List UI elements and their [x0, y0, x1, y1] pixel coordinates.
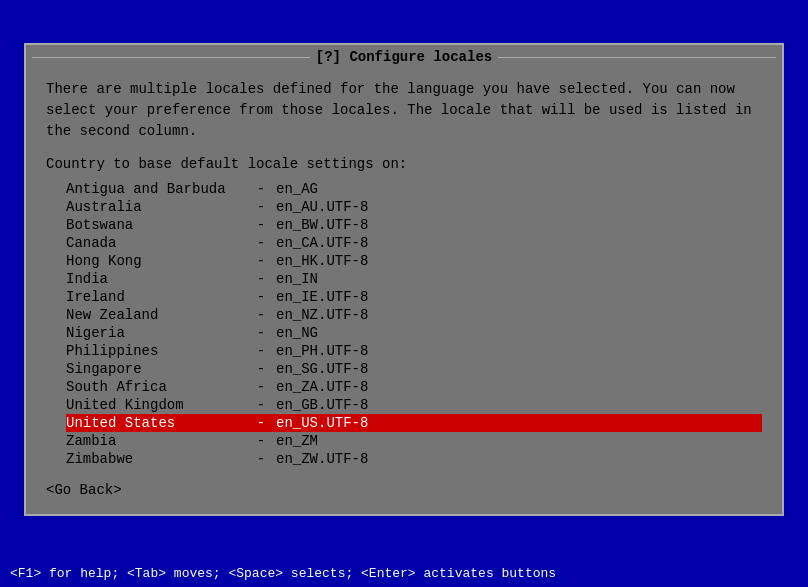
- locale-dash: -: [246, 451, 276, 467]
- locale-code: en_ZW.UTF-8: [276, 451, 368, 467]
- locale-dash: -: [246, 433, 276, 449]
- locale-code: en_IE.UTF-8: [276, 289, 368, 305]
- locale-code: en_NZ.UTF-8: [276, 307, 368, 323]
- locale-dash: -: [246, 181, 276, 197]
- locale-country: Zimbabwe: [66, 451, 246, 467]
- locale-code: en_GB.UTF-8: [276, 397, 368, 413]
- locale-country: Nigeria: [66, 325, 246, 341]
- locale-dash: -: [246, 199, 276, 215]
- locale-item[interactable]: Singapore-en_SG.UTF-8: [66, 360, 762, 378]
- go-back-button[interactable]: <Go Back>: [46, 482, 762, 498]
- locale-item[interactable]: Zimbabwe-en_ZW.UTF-8: [66, 450, 762, 468]
- locale-code: en_SG.UTF-8: [276, 361, 368, 377]
- locale-dash: -: [246, 271, 276, 287]
- locale-dash: -: [246, 415, 276, 431]
- locale-dash: -: [246, 361, 276, 377]
- dialog-content: There are multiple locales defined for t…: [26, 69, 782, 514]
- locale-item[interactable]: United Kingdom-en_GB.UTF-8: [66, 396, 762, 414]
- locale-item[interactable]: South Africa-en_ZA.UTF-8: [66, 378, 762, 396]
- locale-country: South Africa: [66, 379, 246, 395]
- locale-item[interactable]: Hong Kong-en_HK.UTF-8: [66, 252, 762, 270]
- locale-country: United States: [66, 415, 246, 431]
- locale-country: United Kingdom: [66, 397, 246, 413]
- locale-item[interactable]: Antigua and Barbuda-en_AG: [66, 180, 762, 198]
- locale-dash: -: [246, 343, 276, 359]
- country-label: Country to base default locale settings …: [46, 156, 762, 172]
- locale-country: Singapore: [66, 361, 246, 377]
- locale-item[interactable]: Zambia-en_ZM: [66, 432, 762, 450]
- locale-item[interactable]: India-en_IN: [66, 270, 762, 288]
- locale-country: Australia: [66, 199, 246, 215]
- locale-code: en_NG: [276, 325, 318, 341]
- locale-list: Antigua and Barbuda-en_AGAustralia-en_AU…: [66, 180, 762, 468]
- locale-item[interactable]: United States-en_US.UTF-8: [66, 414, 762, 432]
- locale-code: en_AG: [276, 181, 318, 197]
- locale-item[interactable]: Ireland-en_IE.UTF-8: [66, 288, 762, 306]
- locale-code: en_ZA.UTF-8: [276, 379, 368, 395]
- locale-dash: -: [246, 325, 276, 341]
- locale-item[interactable]: Australia-en_AU.UTF-8: [66, 198, 762, 216]
- locale-code: en_HK.UTF-8: [276, 253, 368, 269]
- locale-dash: -: [246, 289, 276, 305]
- locale-dash: -: [246, 307, 276, 323]
- locale-item[interactable]: Nigeria-en_NG: [66, 324, 762, 342]
- locale-country: New Zealand: [66, 307, 246, 323]
- status-text: <F1> for help; <Tab> moves; <Space> sele…: [10, 566, 556, 581]
- description: There are multiple locales defined for t…: [46, 79, 762, 142]
- locale-code: en_US.UTF-8: [276, 415, 368, 431]
- locale-dash: -: [246, 217, 276, 233]
- locale-code: en_AU.UTF-8: [276, 199, 368, 215]
- locale-dash: -: [246, 235, 276, 251]
- locale-dash: -: [246, 253, 276, 269]
- locale-code: en_PH.UTF-8: [276, 343, 368, 359]
- locale-item[interactable]: Canada-en_CA.UTF-8: [66, 234, 762, 252]
- status-bar: <F1> for help; <Tab> moves; <Space> sele…: [0, 559, 808, 587]
- locale-code: en_BW.UTF-8: [276, 217, 368, 233]
- locale-country: Canada: [66, 235, 246, 251]
- dialog-title: [?] Configure locales: [316, 49, 492, 65]
- dialog: [?] Configure locales There are multiple…: [24, 43, 784, 516]
- locale-code: en_ZM: [276, 433, 318, 449]
- locale-country: Hong Kong: [66, 253, 246, 269]
- locale-item[interactable]: Philippines-en_PH.UTF-8: [66, 342, 762, 360]
- locale-code: en_CA.UTF-8: [276, 235, 368, 251]
- dialog-title-bar: [?] Configure locales: [26, 45, 782, 69]
- locale-country: Philippines: [66, 343, 246, 359]
- locale-country: Ireland: [66, 289, 246, 305]
- locale-dash: -: [246, 379, 276, 395]
- locale-dash: -: [246, 397, 276, 413]
- locale-item[interactable]: New Zealand-en_NZ.UTF-8: [66, 306, 762, 324]
- locale-country: Botswana: [66, 217, 246, 233]
- locale-code: en_IN: [276, 271, 318, 287]
- locale-country: India: [66, 271, 246, 287]
- locale-country: Zambia: [66, 433, 246, 449]
- locale-country: Antigua and Barbuda: [66, 181, 246, 197]
- locale-item[interactable]: Botswana-en_BW.UTF-8: [66, 216, 762, 234]
- main-area: [?] Configure locales There are multiple…: [0, 0, 808, 559]
